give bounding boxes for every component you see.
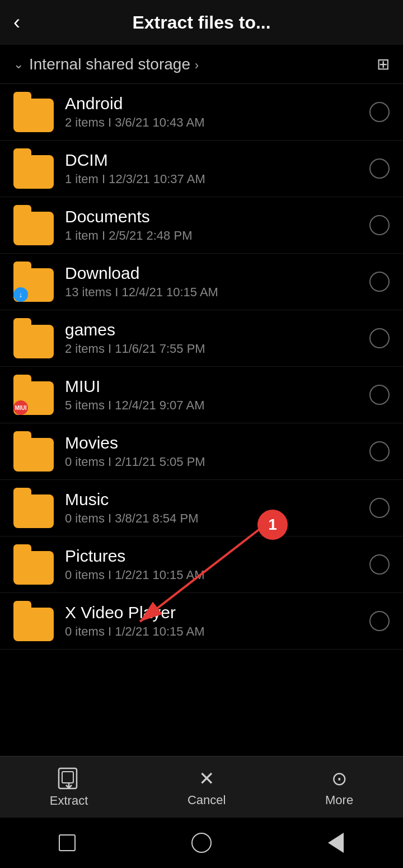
folder-name: MIUI [65, 377, 369, 396]
radio-button[interactable] [369, 215, 390, 235]
folder-icon [13, 148, 54, 189]
svg-rect-3 [62, 772, 73, 783]
list-item[interactable]: ↓Download13 items I 12/4/21 10:15 AM [0, 254, 403, 310]
list-item[interactable]: Music0 items I 3/8/21 8:54 PM [0, 480, 403, 536]
list-item[interactable]: MIUIMIUI5 items I 12/4/21 9:07 AM [0, 367, 403, 423]
extract-label: Extract [50, 794, 88, 808]
radio-button[interactable] [369, 158, 390, 179]
list-item[interactable]: Documents1 item I 2/5/21 2:48 PM [0, 197, 403, 254]
cancel-button[interactable]: ✕ Cancel [188, 767, 226, 808]
back-button[interactable]: ‹ [13, 11, 20, 34]
folder-icon [13, 544, 54, 585]
list-item[interactable]: Movies0 items I 2/11/21 5:05 PM [0, 423, 403, 480]
folder-meta: 0 items I 2/11/21 5:05 PM [65, 455, 369, 469]
list-item[interactable]: Android2 items I 3/6/21 10:43 AM [0, 84, 403, 141]
cancel-icon: ✕ [199, 767, 214, 790]
home-icon [191, 833, 212, 853]
back-nav-icon [328, 833, 344, 853]
more-label: More [325, 793, 353, 808]
folder-icon [13, 431, 54, 472]
content-area: ⌄ Internal shared storage › ⊞ Android2 i… [0, 45, 403, 756]
radio-button[interactable] [369, 554, 390, 575]
folder-meta: 13 items I 12/4/21 10:15 AM [65, 285, 369, 300]
folder-name: Android [65, 94, 369, 113]
recents-icon [59, 834, 76, 851]
folder-name: Documents [65, 207, 369, 226]
folder-icon [13, 601, 54, 641]
extract-button[interactable]: Extract [50, 767, 88, 808]
radio-button[interactable] [369, 272, 390, 292]
system-nav-bar [0, 818, 403, 868]
folder-meta: 2 items I 11/6/21 7:55 PM [65, 342, 369, 356]
cancel-label: Cancel [188, 793, 226, 808]
folder-list: Android2 items I 3/6/21 10:43 AMDCIM1 it… [0, 84, 403, 650]
folder-meta: 0 items I 1/2/21 10:15 AM [65, 568, 369, 582]
folder-icon [13, 318, 54, 358]
list-item[interactable]: X Video Player0 items I 1/2/21 10:15 AM [0, 593, 403, 650]
dropdown-icon: ⌄ [13, 57, 24, 72]
list-item[interactable]: games2 items I 11/6/21 7:55 PM [0, 310, 403, 367]
header: ‹ Extract files to... [0, 0, 403, 45]
folder-meta: 0 items I 3/8/21 8:54 PM [65, 511, 369, 526]
miui-badge-icon: MIUI [13, 400, 28, 415]
folder-meta: 1 item I 2/5/21 2:48 PM [65, 228, 369, 243]
breadcrumb-left: ⌄ Internal shared storage › [13, 55, 199, 73]
annotation-badge-1: 1 [257, 510, 288, 540]
breadcrumb[interactable]: Internal shared storage › [29, 55, 199, 73]
folder-name: DCIM [65, 151, 369, 170]
page-title: Extract files to... [132, 12, 270, 33]
folder-name: games [65, 320, 369, 339]
radio-button[interactable] [369, 498, 390, 518]
back-nav-button[interactable] [322, 829, 349, 856]
recents-button[interactable] [54, 829, 81, 856]
chevron-right-icon: › [195, 58, 199, 72]
radio-button[interactable] [369, 385, 390, 405]
more-button[interactable]: ⊙ More [325, 767, 353, 808]
grid-view-icon[interactable]: ⊞ [377, 55, 390, 73]
radio-button[interactable] [369, 611, 390, 631]
folder-name: Movies [65, 433, 369, 452]
folder-icon [13, 92, 54, 132]
folder-meta: 0 items I 1/2/21 10:15 AM [65, 624, 369, 639]
list-item[interactable]: DCIM1 item I 12/3/21 10:37 AM [0, 141, 403, 197]
folder-icon: MIUI [13, 375, 54, 415]
radio-button[interactable] [369, 441, 390, 461]
extract-icon [57, 767, 81, 790]
folder-icon [13, 205, 54, 245]
folder-meta: 5 items I 12/4/21 9:07 AM [65, 398, 369, 413]
folder-icon: ↓ [13, 262, 54, 302]
folder-name: Pictures [65, 547, 369, 566]
radio-button[interactable] [369, 102, 390, 122]
folder-icon [13, 488, 54, 528]
list-item[interactable]: Pictures0 items I 1/2/21 10:15 AM [0, 536, 403, 593]
folder-meta: 2 items I 3/6/21 10:43 AM [65, 115, 369, 130]
folder-name: X Video Player [65, 603, 369, 622]
folder-meta: 1 item I 12/3/21 10:37 AM [65, 172, 369, 186]
folder-name: Download [65, 264, 369, 283]
home-button[interactable] [188, 829, 215, 856]
radio-button[interactable] [369, 328, 390, 348]
more-icon: ⊙ [331, 767, 347, 790]
download-badge-icon: ↓ [13, 287, 28, 302]
breadcrumb-bar[interactable]: ⌄ Internal shared storage › ⊞ [0, 45, 403, 84]
folder-name: Music [65, 490, 369, 509]
bottom-action-bar: Extract ✕ Cancel ⊙ More [0, 756, 403, 818]
